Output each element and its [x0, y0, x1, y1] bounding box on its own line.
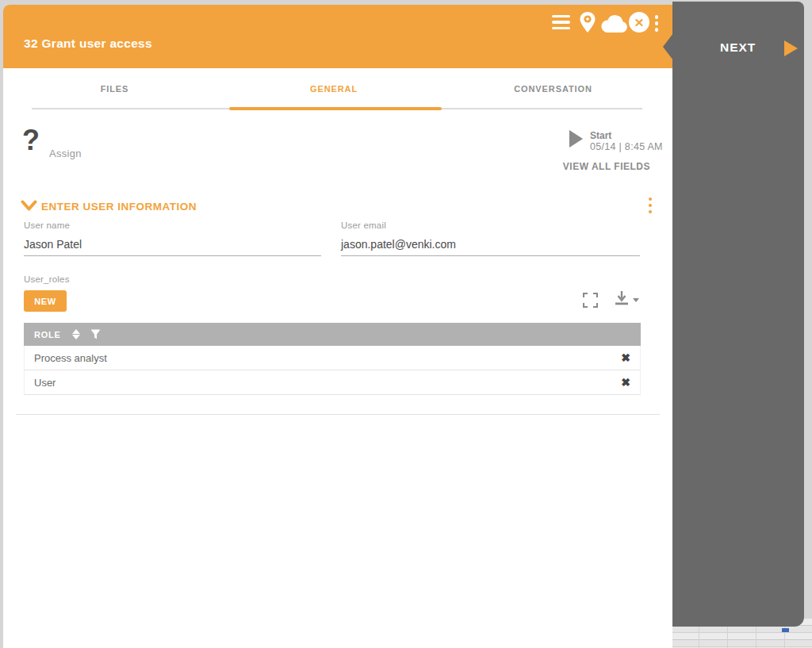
- section-kebab-menu-icon[interactable]: [648, 197, 653, 216]
- task-header: 32 Grant user access ✕: [3, 5, 672, 68]
- user-roles-label: User_roles: [24, 274, 70, 284]
- download-options-caret-icon[interactable]: [633, 298, 639, 302]
- location-pin-icon[interactable]: [579, 11, 596, 33]
- view-all-fields-link[interactable]: VIEW ALL FIELDS: [563, 161, 650, 172]
- user-name-label: User name: [24, 220, 70, 230]
- user-email-input[interactable]: jason.patel@venki.com: [341, 238, 456, 251]
- next-play-arrow-icon[interactable]: [784, 40, 798, 56]
- close-glyph: ✕: [634, 17, 645, 29]
- chevron-down-icon[interactable]: [21, 200, 37, 212]
- user-name-underline: [24, 255, 321, 256]
- start-datetime: 05/14 | 8:45 AM: [590, 141, 663, 152]
- question-mark-icon: ?: [22, 124, 40, 157]
- section-title-enter-user-information[interactable]: ENTER USER INFORMATION: [41, 201, 197, 213]
- close-icon[interactable]: ✕: [629, 12, 649, 33]
- tab-bar: FILES GENERAL CONVERSATION: [3, 68, 672, 113]
- section-divider: [16, 414, 660, 415]
- role-cell: Process analyst: [34, 352, 107, 364]
- task-title: 32 Grant user access: [24, 36, 152, 51]
- delete-row-icon[interactable]: ✖: [621, 377, 630, 388]
- tab-conversation[interactable]: CONVERSATION: [442, 84, 665, 94]
- tab-general[interactable]: GENERAL: [226, 84, 442, 94]
- download-icon[interactable]: [614, 290, 630, 307]
- roles-table-header: ROLE: [24, 323, 641, 346]
- kebab-menu-icon[interactable]: [654, 15, 659, 35]
- role-column-header: ROLE: [34, 330, 61, 339]
- roles-table: ROLE Process analyst ✖ User ✖: [24, 323, 641, 395]
- table-row[interactable]: Process analyst ✖: [24, 346, 641, 370]
- delete-row-icon[interactable]: ✖: [621, 352, 630, 363]
- start-label: Start: [590, 130, 611, 141]
- menu-icon[interactable]: [552, 15, 570, 33]
- screen: 32 Grant user access ✕ FILES GENERA: [0, 0, 812, 648]
- start-play-icon: [569, 130, 583, 148]
- filter-icon[interactable]: [90, 329, 101, 339]
- new-role-button[interactable]: NEW: [24, 290, 67, 312]
- cloud-icon[interactable]: [599, 15, 628, 33]
- sort-icon[interactable]: [72, 329, 80, 339]
- tab-files[interactable]: FILES: [3, 84, 226, 94]
- next-button[interactable]: NEXT: [720, 40, 756, 55]
- next-panel[interactable]: NEXT: [672, 2, 804, 627]
- user-name-input[interactable]: Jason Patel: [24, 238, 82, 251]
- role-cell: User: [34, 377, 56, 389]
- user-email-underline: [341, 255, 640, 256]
- fullscreen-icon[interactable]: [583, 293, 598, 308]
- task-card: 32 Grant user access ✕ FILES GENERA: [3, 5, 672, 648]
- user-email-label: User email: [341, 220, 386, 230]
- assign-label: Assign: [49, 148, 82, 159]
- active-tab-indicator: [229, 107, 442, 110]
- spreadsheet-selection-mark: [782, 628, 789, 632]
- table-row[interactable]: User ✖: [24, 370, 641, 395]
